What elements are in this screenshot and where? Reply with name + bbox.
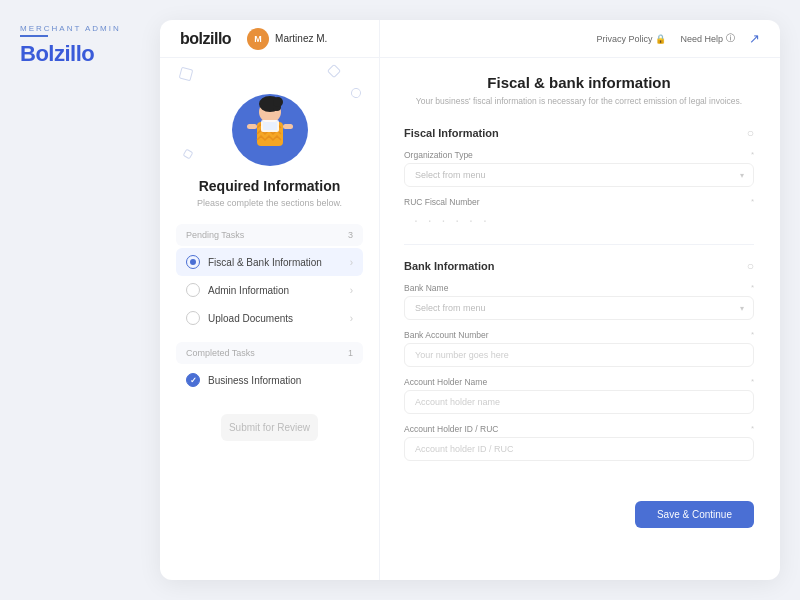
task-item-upload[interactable]: Upload Documents › (176, 304, 363, 332)
left-panel: Required Information Please complete the… (160, 20, 380, 580)
holder-id-group: Account Holder ID / RUC * (404, 424, 754, 461)
fiscal-bank-subtitle: Your business' fiscal information is nec… (404, 95, 754, 108)
user-name: Martinez M. (275, 33, 327, 44)
svg-point-5 (273, 97, 283, 107)
deco-2 (350, 87, 362, 99)
task-dot-upload (186, 311, 200, 325)
task-dot-admin (186, 283, 200, 297)
holder-name-input[interactable] (404, 390, 754, 414)
main-card: bolzillo M Martinez M. Privacy Policy 🔒 … (160, 20, 780, 580)
avatar: M (247, 28, 269, 50)
completed-tasks-header: Completed Tasks 1 (176, 342, 363, 364)
submit-btn-area: Submit for Review (205, 404, 334, 457)
holder-name-label: Account Holder Name * (404, 377, 754, 387)
deco-4 (327, 64, 341, 78)
pending-tasks-label: Pending Tasks (186, 230, 244, 240)
sidebar-divider (20, 35, 48, 37)
account-number-input[interactable] (404, 343, 754, 367)
save-continue-button[interactable]: Save & Continue (635, 501, 754, 528)
info-icon: ⓘ (726, 32, 735, 45)
deco-1 (179, 67, 194, 82)
required-info-title: Required Information (176, 178, 363, 194)
required-info-subtitle: Please complete the sections below. (176, 198, 363, 208)
header-right: Privacy Policy 🔒 Need Help ⓘ ↗ (596, 31, 760, 46)
submit-review-button[interactable]: Submit for Review (221, 414, 318, 441)
bank-name-select-wrapper: Select from menu ▾ (404, 296, 754, 320)
pending-tasks-count: 3 (348, 230, 353, 240)
merchant-admin-label: MERCHANT ADMIN (20, 24, 140, 33)
organization-type-label: Organization Type * (404, 150, 754, 160)
task-item-admin[interactable]: Admin Information › (176, 276, 363, 304)
holder-name-group: Account Holder Name * (404, 377, 754, 414)
task-label-fiscal: Fiscal & Bank Information (208, 257, 342, 268)
account-number-label: Bank Account Number * (404, 330, 754, 340)
bank-name-select[interactable]: Select from menu (404, 296, 754, 320)
ruc-label: RUC Fiscal Number * (404, 197, 754, 207)
sidebar: MERCHANT ADMIN Bolzillo (0, 0, 160, 600)
svg-rect-9 (263, 122, 277, 130)
bank-name-group: Bank Name * Select from menu ▾ (404, 283, 754, 320)
right-panel: Fiscal & bank information Your business'… (380, 20, 780, 580)
completed-tasks-label: Completed Tasks (186, 348, 255, 358)
completed-tasks-section: Completed Tasks 1 ✓ Business Information (176, 342, 363, 394)
task-label-admin: Admin Information (208, 285, 342, 296)
task-label-upload: Upload Documents (208, 313, 342, 324)
fiscal-section-heading: Fiscal Information (404, 127, 499, 139)
holder-id-input[interactable] (404, 437, 754, 461)
section-divider (404, 244, 754, 245)
bank-name-label: Bank Name * (404, 283, 754, 293)
fiscal-section-icon: ○ (747, 126, 754, 140)
fiscal-section-header: Fiscal Information ○ (404, 126, 754, 140)
bank-section-heading: Bank Information (404, 260, 494, 272)
organization-type-select[interactable]: Select from menu (404, 163, 754, 187)
left-content: Required Information Please complete the… (160, 178, 379, 404)
lock-icon: 🔒 (655, 34, 666, 44)
card-header: bolzillo M Martinez M. Privacy Policy 🔒 … (160, 20, 780, 58)
brand-name: Bolzillo (20, 41, 140, 67)
task-label-business: Business Information (208, 375, 353, 386)
right-panel-inner: Fiscal & bank information Your business'… (380, 58, 778, 491)
task-dot-business: ✓ (186, 373, 200, 387)
organization-type-select-wrapper: Select from menu ▾ (404, 163, 754, 187)
chevron-icon-upload: › (350, 313, 353, 324)
chevron-icon-admin: › (350, 285, 353, 296)
ruc-group: RUC Fiscal Number * · · · · · · (404, 197, 754, 230)
completed-tasks-count: 1 (348, 348, 353, 358)
pending-tasks-header: Pending Tasks 3 (176, 224, 363, 246)
task-dot-fiscal (186, 255, 200, 269)
fiscal-bank-title: Fiscal & bank information (404, 74, 754, 91)
task-item-business[interactable]: ✓ Business Information (176, 366, 363, 394)
illustration-area (160, 58, 379, 178)
save-btn-area: Save & Continue (380, 491, 778, 544)
organization-type-group: Organization Type * Select from menu ▾ (404, 150, 754, 187)
chevron-icon-fiscal: › (350, 257, 353, 268)
card-logo: bolzillo (180, 30, 231, 48)
need-help-link[interactable]: Need Help ⓘ (680, 32, 735, 45)
svg-rect-7 (283, 124, 293, 129)
bank-section-header: Bank Information ○ (404, 259, 754, 273)
ruc-dots: · · · · · · (404, 210, 754, 230)
bank-section-icon: ○ (747, 259, 754, 273)
deco-3 (183, 149, 194, 160)
task-item-fiscal[interactable]: Fiscal & Bank Information › (176, 248, 363, 276)
account-number-group: Bank Account Number * (404, 330, 754, 367)
holder-id-label: Account Holder ID / RUC * (404, 424, 754, 434)
pending-tasks-section: Pending Tasks 3 Fiscal & Bank Informatio… (176, 224, 363, 332)
user-info: M Martinez M. (247, 28, 327, 50)
illustration (225, 78, 315, 168)
exit-icon[interactable]: ↗ (749, 31, 760, 46)
privacy-policy-link[interactable]: Privacy Policy 🔒 (596, 34, 666, 44)
svg-rect-6 (247, 124, 257, 129)
